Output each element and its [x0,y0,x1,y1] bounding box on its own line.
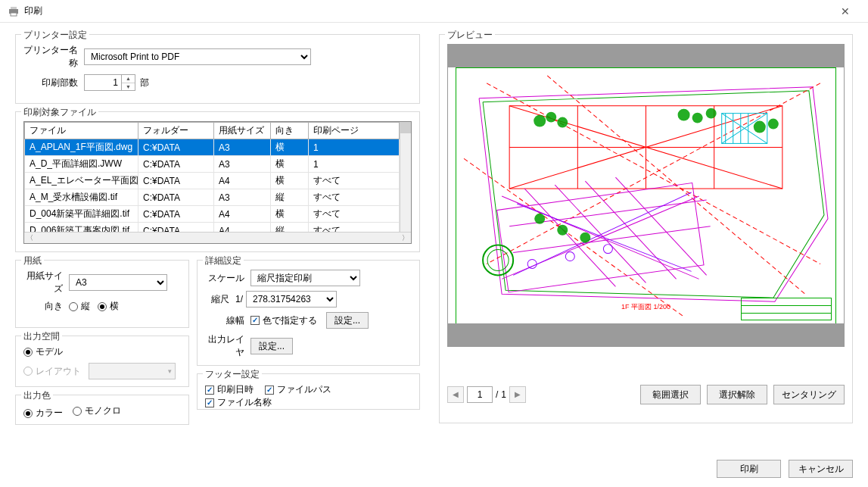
svg-line-17 [524,189,615,286]
cell-file: A_EL_エレベーター平面図.tif [25,173,138,189]
footer-group: フッター設定 印刷日時 ファイルパス ファイル名称 [197,373,420,410]
footer-filepath-check[interactable]: ファイルパス [265,383,331,396]
page-total-prefix: / [496,389,498,400]
cell-folder: C:¥DATA [138,173,214,189]
table-row[interactable]: D_004新築平面詳細図.tifC:¥DATAA4横すべて [25,206,400,223]
svg-point-25 [527,260,537,269]
svg-rect-1 [11,7,17,9]
svg-point-35 [768,119,779,130]
svg-point-36 [534,214,545,224]
svg-point-29 [546,112,556,123]
printer-name-label: プリンター名称 [23,44,84,70]
horizontal-scrollbar[interactable]: 〈〉 [24,232,411,243]
cell-paper: A4 [214,206,271,223]
output-layer-settings-button[interactable]: 設定... [250,338,293,354]
copies-label: 印刷部数 [23,76,84,89]
color-radio[interactable]: カラー [23,407,63,420]
svg-line-13 [464,158,684,317]
svg-point-31 [678,109,690,121]
svg-point-38 [580,233,590,243]
cell-file: A_APLAN_1F平面図.dwg [25,139,138,156]
page-prev-button[interactable]: ◀ [447,386,464,403]
page-input[interactable] [467,386,493,403]
copies-input[interactable] [85,75,121,90]
cell-orient: 横 [271,156,309,173]
cell-orient: 横 [271,206,309,223]
col-folder[interactable]: フォルダー [138,123,214,139]
svg-line-20 [615,177,706,275]
printer-settings-group: プリンター設定 プリンター名称 Microsoft Print to PDF 印… [15,34,420,104]
page-total: 1 [501,389,506,400]
svg-point-34 [754,121,766,133]
range-select-button[interactable]: 範囲選択 [640,385,701,404]
cell-orient: 横 [271,173,309,189]
footer-legend: フッター設定 [203,368,262,381]
title-bar: 印刷 ✕ [0,0,868,23]
scale-mode-select[interactable]: 縮尺指定印刷 [250,270,360,286]
paper-size-select[interactable]: A3 [69,274,167,291]
svg-point-27 [603,245,612,254]
preview-group: プレビュー [439,34,853,423]
col-orient[interactable]: 向き [271,123,309,139]
cell-folder: C:¥DATA [138,189,214,206]
cell-folder: C:¥DATA [138,156,214,173]
cell-pages: すべて [309,173,400,189]
close-button[interactable]: ✕ [830,5,860,17]
copies-spinner[interactable]: ▲▼ [84,74,135,91]
cell-paper: A3 [214,139,271,156]
printer-name-select[interactable]: Microsoft Print to PDF [84,48,311,65]
copies-unit: 部 [140,76,149,89]
cell-paper: A4 [214,173,271,189]
svg-line-19 [585,181,676,279]
col-paper[interactable]: 用紙サイズ [214,123,271,139]
spinner-up-icon[interactable]: ▲ [122,75,135,83]
col-file[interactable]: ファイル [25,123,138,139]
cell-pages: すべて [309,189,400,206]
preview-legend: プレビュー [445,29,495,42]
ratio-prefix: 1/ [235,294,243,304]
footer-filename-check[interactable]: ファイル名称 [205,396,272,409]
target-files-legend: 印刷対象ファイル [21,106,98,119]
deselect-button[interactable]: 選択解除 [707,385,767,404]
cell-folder: C:¥DATA [138,206,214,223]
output-layer-label: 出力レイヤ [205,333,250,359]
linewidth-settings-button[interactable]: 設定... [326,312,369,329]
page-next-button[interactable]: ▶ [509,386,526,403]
window-title: 印刷 [24,5,830,17]
mono-radio[interactable]: モノクロ [73,404,121,417]
spinner-down-icon[interactable]: ▼ [122,83,135,91]
table-row[interactable]: A_EL_エレベーター平面図.tifC:¥DATAA4横すべて [25,173,400,189]
svg-point-33 [706,108,717,119]
cell-paper: A3 [214,189,271,206]
svg-point-26 [565,252,574,261]
drawing-caption: 1F 平面図 1/200 [621,303,670,311]
table-row[interactable]: A_APLAN_1F平面図.dwgC:¥DATAA3横1 [25,139,400,156]
orient-portrait-radio[interactable]: 縦 [69,300,90,313]
svg-point-37 [557,225,568,236]
model-radio[interactable]: モデル [23,345,63,358]
table-row[interactable]: A_M_受水槽設備図.tifC:¥DATAA3縦すべて [25,189,400,206]
centering-button[interactable]: センタリング [773,385,845,404]
cell-file: D_004新築平面詳細図.tif [25,206,138,223]
by-color-check[interactable]: 色で指定する [250,314,317,327]
cell-orient: 横 [271,139,309,156]
orient-landscape-radio[interactable]: 横 [98,300,119,313]
vertical-scrollbar[interactable] [400,122,411,232]
drawing-preview: 1F 平面図 1/200 [456,67,836,325]
table-row[interactable]: A_D_平面詳細図.JWWC:¥DATAA3横1 [25,156,400,173]
footer-datetime-check[interactable]: 印刷日時 [205,383,254,396]
svg-line-22 [513,226,711,253]
orient-label: 向き [23,300,69,313]
printer-settings-legend: プリンター設定 [21,29,89,42]
cell-pages: 1 [309,139,400,156]
file-table[interactable]: ファイル フォルダー 用紙サイズ 向き 印刷ページ A_APLAN_1F平面図.… [23,121,412,244]
output-space-group: 出力空間 モデル レイアウト [15,336,189,387]
cancel-button[interactable]: キャンセル [789,460,853,478]
ratio-select[interactable]: 278.3175426321 [246,291,337,307]
col-pages[interactable]: 印刷ページ [309,123,400,139]
svg-rect-2 [11,13,17,16]
print-button[interactable]: 印刷 [717,460,781,478]
target-files-group: 印刷対象ファイル ファイル フォルダー 用紙サイズ 向き 印刷ページ A_APL… [15,111,420,252]
cell-file: A_D_平面詳細図.JWW [25,156,138,173]
output-color-legend: 出力色 [21,389,53,402]
